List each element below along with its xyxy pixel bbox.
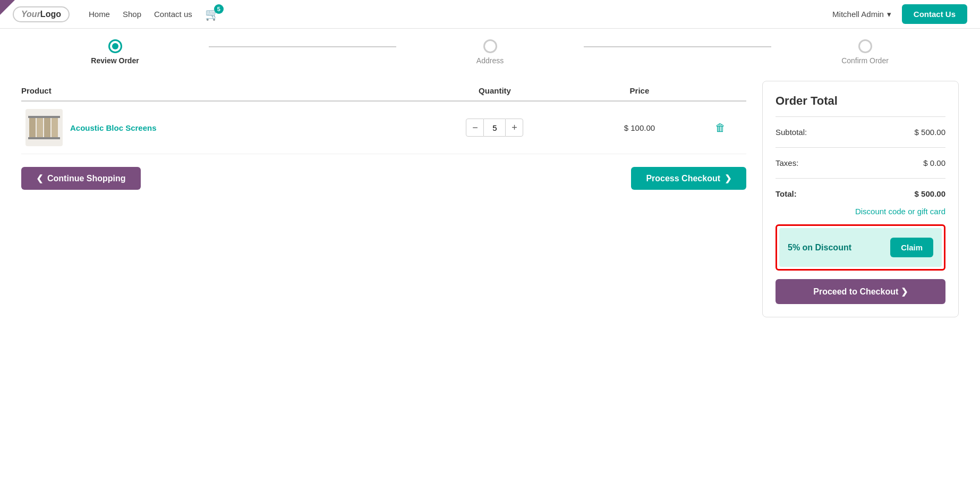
step1-label: Review Order: [91, 56, 139, 65]
step1-circle: [108, 39, 122, 53]
step3-circle: [858, 39, 872, 53]
subtotal-value: $ 500.00: [915, 128, 945, 137]
continue-shopping-label: Continue Shopping: [47, 174, 126, 183]
svg-rect-0: [29, 117, 36, 138]
discount-text: 5% on Discount: [788, 243, 851, 253]
step-review: Review Order: [21, 39, 209, 65]
nav-home[interactable]: Home: [89, 10, 110, 19]
divider-3: [776, 178, 945, 179]
product-image: [25, 109, 63, 146]
main-content: Review Order Address Confirm Order Produ…: [0, 29, 980, 328]
discount-card: 5% on Discount Claim: [779, 228, 942, 267]
col-product: Product: [21, 81, 404, 101]
chevron-down-icon: ▾: [887, 10, 891, 19]
step-line-2: [584, 46, 771, 47]
claim-button[interactable]: Claim: [890, 238, 933, 257]
subtotal-label: Subtotal:: [776, 128, 807, 137]
price-cell: $ 100.00: [585, 101, 694, 154]
product-cell: Acoustic Bloc Screens: [21, 101, 404, 154]
step2-label: Address: [476, 56, 504, 65]
process-checkout-button[interactable]: Process Checkout ❯: [631, 167, 746, 190]
checkout-stepper: Review Order Address Confirm Order: [21, 39, 959, 65]
process-checkout-label: Process Checkout: [646, 174, 720, 183]
quantity-controls: − +: [408, 119, 581, 137]
continue-shopping-button[interactable]: ❮ Continue Shopping: [21, 167, 141, 190]
total-label: Total:: [776, 189, 797, 198]
delete-cell: 🗑: [694, 101, 746, 154]
quantity-input[interactable]: [484, 119, 505, 137]
navbar: YourLogo Home Shop Contact us 🛒 5 Mitche…: [0, 0, 980, 29]
svg-rect-5: [28, 137, 60, 139]
logo-your: Your: [21, 10, 40, 19]
quantity-increase-button[interactable]: +: [505, 119, 523, 137]
quantity-decrease-button[interactable]: −: [466, 119, 484, 137]
divider-2: [776, 147, 945, 148]
quantity-cell: − +: [404, 101, 585, 154]
navbar-right: Mitchell Admin ▾ Contact Us: [832, 4, 967, 24]
chevron-right-icon: ❯: [725, 173, 731, 183]
svg-rect-1: [37, 117, 43, 138]
nav-links: Home Shop Contact us 🛒 5: [89, 7, 822, 21]
proceed-label: Proceed to Checkout ❯: [813, 287, 907, 297]
nav-contact-us[interactable]: Contact us: [154, 10, 192, 19]
step3-label: Confirm Order: [841, 56, 889, 65]
order-total-title: Order Total: [776, 94, 945, 108]
order-total-section: Order Total Subtotal: $ 500.00 Taxes: $ …: [762, 81, 959, 317]
total-row: Total: $ 500.00: [776, 184, 945, 204]
total-value: $ 500.00: [915, 189, 945, 198]
discount-link[interactable]: Discount code or gift card: [776, 207, 945, 216]
svg-rect-3: [52, 117, 58, 138]
chevron-left-icon: ❮: [36, 173, 43, 183]
contact-btn[interactable]: Contact Us: [902, 4, 967, 24]
subtotal-row: Subtotal: $ 500.00: [776, 122, 945, 142]
svg-rect-4: [28, 116, 60, 118]
step-confirm: Confirm Order: [771, 39, 959, 65]
logo[interactable]: YourLogo: [13, 6, 70, 22]
content-layout: Product Quantity Price: [21, 81, 959, 317]
user-dropdown[interactable]: Mitchell Admin ▾: [832, 10, 891, 19]
table-row: Acoustic Bloc Screens − + $ 100.00: [21, 101, 746, 154]
cart-badge: 5: [214, 4, 224, 14]
taxes-row: Taxes: $ 0.00: [776, 153, 945, 173]
discount-card-wrap: 5% on Discount Claim: [776, 224, 945, 271]
order-table: Product Quantity Price: [21, 81, 746, 154]
step-line-1: [209, 46, 396, 47]
proceed-to-checkout-button[interactable]: Proceed to Checkout ❯: [776, 279, 945, 304]
taxes-label: Taxes:: [776, 158, 798, 167]
step2-circle: [483, 39, 497, 53]
logo-logo: Logo: [40, 10, 61, 19]
order-section: Product Quantity Price: [21, 81, 746, 190]
cart-icon-wrap[interactable]: 🛒 5: [205, 7, 219, 21]
col-quantity: Quantity: [404, 81, 585, 101]
product-name: Acoustic Bloc Screens: [70, 123, 157, 132]
svg-rect-2: [44, 117, 50, 138]
product-thumbnail: [28, 112, 60, 144]
taxes-value: $ 0.00: [923, 158, 945, 167]
product-cell-inner: Acoustic Bloc Screens: [25, 109, 400, 146]
delete-button[interactable]: 🗑: [715, 122, 726, 134]
step-address: Address: [396, 39, 584, 65]
nav-shop[interactable]: Shop: [123, 10, 141, 19]
user-name: Mitchell Admin: [832, 10, 884, 19]
col-actions: [694, 81, 746, 101]
divider-1: [776, 116, 945, 117]
col-price: Price: [585, 81, 694, 101]
action-buttons: ❮ Continue Shopping Process Checkout ❯: [21, 167, 746, 190]
